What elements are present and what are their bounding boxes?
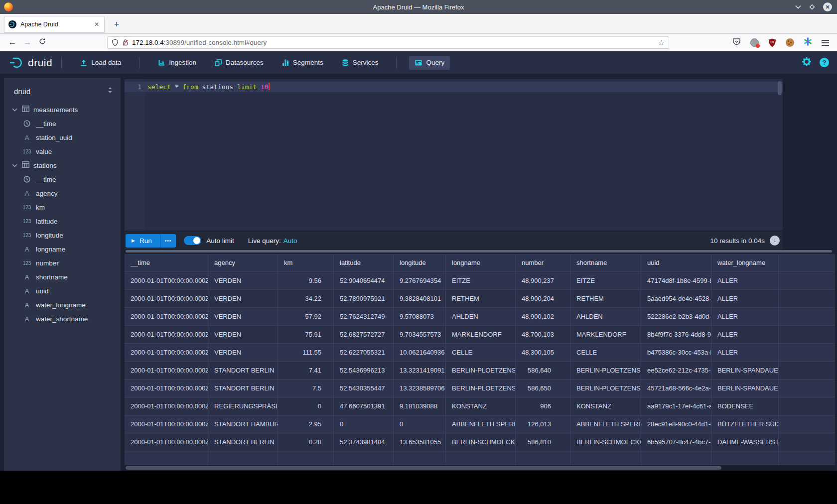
table-cell-agency[interactable]: STANDORT BERLIN — [208, 379, 278, 397]
table-cell-agency[interactable]: REGIERUNGSPRÄSIDIUM — [208, 397, 278, 415]
sidebar-column-water_shortname[interactable]: Awater_shortname — [4, 312, 121, 326]
table-cell-agency[interactable]: VERDEN — [208, 308, 278, 325]
sidebar-column-__time[interactable]: __time — [4, 172, 121, 186]
table-cell-number[interactable]: 48,300,105 — [516, 344, 570, 361]
table-cell-uuid[interactable]: ee52ce62-212c-4735-b4 — [641, 362, 711, 379]
table-cell-agency[interactable]: STANDORT HAMBURG — [208, 415, 278, 433]
table-cell-km[interactable]: 34.22 — [278, 290, 334, 307]
table-cell-longitude[interactable]: 13.3231419091 — [394, 362, 446, 379]
identity-blocked-icon[interactable] — [750, 38, 759, 47]
run-button[interactable]: ▶ Run — [126, 234, 160, 248]
table-cell-longitude[interactable]: 9.7034557573 — [394, 326, 446, 343]
sidebar-column-number[interactable]: 123number — [4, 256, 121, 270]
table-cell-number[interactable]: 126,013 — [516, 415, 570, 433]
table-cell-longname[interactable]: EITZE — [446, 272, 516, 289]
table-cell-longname[interactable]: MARKLENDORF — [446, 326, 516, 343]
table-cell-uuid[interactable]: 8b4f9f7c-3376-4dd8-95c — [641, 326, 711, 343]
table-cell-latitude[interactable]: 47.6607501391 — [334, 397, 394, 415]
sidebar-column-value[interactable]: 123value — [4, 144, 121, 158]
table-cell-water_longname[interactable]: ALLER — [711, 272, 779, 289]
table-cell-number[interactable]: 48,900,102 — [516, 308, 570, 325]
extension-asterisk-icon[interactable] — [804, 37, 812, 48]
table-cell-longname[interactable]: BERLIN-SCHMOECKWITZ — [446, 433, 516, 451]
table-cell-water_longname[interactable]: BERLIN-SPANDAUER-S — [711, 362, 779, 379]
table-cell-latitude[interactable]: 52.7890975921 — [334, 290, 394, 307]
table-cell-km[interactable]: 0 — [278, 397, 334, 415]
settings-gear-icon[interactable] — [802, 57, 812, 69]
table-cell-uuid[interactable]: 6b595707-8c47-4bc7-a8 — [641, 433, 711, 451]
panel-resize-handle[interactable] — [126, 250, 832, 252]
new-tab-button[interactable]: + — [111, 19, 123, 31]
table-cell-km[interactable]: 75.91 — [278, 326, 334, 343]
browser-tab[interactable]: Apache Druid ✕ — [4, 16, 105, 32]
table-cell-water_longname[interactable]: BERLIN-SPANDAUER-S — [711, 379, 779, 397]
run-more-button[interactable]: ••• — [160, 234, 176, 248]
nav-item-services[interactable]: Services — [336, 56, 384, 70]
column-header-number[interactable]: number — [516, 254, 570, 271]
table-cell-water_longname[interactable]: DAHME-WASSERSTRAS — [711, 433, 779, 451]
table-cell-water_longname[interactable]: ALLER — [711, 344, 779, 361]
url-bar[interactable]: 172.18.0.4:30899/unified-console.html#qu… — [107, 36, 669, 49]
table-cell-number[interactable]: 48,900,204 — [516, 290, 570, 307]
table-cell-latitude[interactable]: 52.5436996213 — [334, 362, 394, 379]
sidebar-table-measurements[interactable]: measurements — [4, 103, 121, 117]
nav-item-load-data[interactable]: Load data — [74, 56, 127, 70]
table-cell-__time[interactable]: 2000-01-01T00:00:00.000Z — [125, 326, 208, 343]
table-cell-shortname[interactable]: EITZE — [570, 272, 641, 289]
nav-item-ingestion[interactable]: Ingestion — [152, 56, 202, 70]
sidebar-column-station_uuid[interactable]: Astation_uuid — [4, 130, 121, 144]
window-minimize-icon[interactable] — [795, 5, 801, 9]
table-cell-longname[interactable]: RETHEM — [446, 290, 516, 307]
table-cell-agency[interactable]: VERDEN — [208, 272, 278, 289]
table-cell-latitude[interactable]: 52.3743981404 — [334, 433, 394, 451]
table-cell-water_longname[interactable]: ALLER — [711, 290, 779, 307]
table-cell-__time[interactable]: 2000-01-01T00:00:00.000Z — [125, 415, 208, 433]
bookmark-star-icon[interactable]: ☆ — [658, 38, 665, 47]
table-cell-uuid[interactable]: 47174d8f-1b8e-4599-8a — [641, 272, 711, 289]
table-cell-__time[interactable]: 2000-01-01T00:00:00.000Z — [125, 272, 208, 289]
column-header-__time[interactable]: __time — [125, 254, 208, 271]
table-cell-shortname[interactable]: KONSTANZ — [570, 397, 641, 415]
table-cell-km[interactable]: 7.41 — [278, 362, 334, 379]
table-cell-water_longname[interactable]: ALLER — [711, 308, 779, 325]
table-cell-longname[interactable]: KONSTANZ — [446, 397, 516, 415]
table-cell-km[interactable]: 111.55 — [278, 344, 334, 361]
sidebar-column-uuid[interactable]: Auuid — [4, 284, 121, 298]
live-query-value[interactable]: Auto — [283, 237, 297, 245]
table-cell-latitude[interactable]: 52.5430355447 — [334, 379, 394, 397]
table-cell-number[interactable]: 586,810 — [516, 433, 570, 451]
table-cell-number[interactable]: 586,640 — [516, 362, 570, 379]
forward-icon[interactable]: → — [20, 37, 35, 47]
sidebar-column-longname[interactable]: Alongname — [4, 242, 121, 256]
table-cell-number[interactable]: 48,700,103 — [516, 326, 570, 343]
column-header-longitude[interactable]: longitude — [394, 254, 446, 271]
table-cell-agency[interactable]: VERDEN — [208, 344, 278, 361]
nav-item-segments[interactable]: Segments — [276, 56, 329, 70]
sidebar-column-water_longname[interactable]: Awater_longname — [4, 298, 121, 312]
table-cell-latitude[interactable]: 0 — [334, 415, 394, 433]
table-cell-water_longname[interactable]: ALLER — [711, 326, 779, 343]
sql-editor[interactable]: 1 select * from stations limit 10 — [125, 79, 783, 231]
table-cell-__time[interactable]: 2000-01-01T00:00:00.000Z — [125, 290, 208, 307]
table-cell-__time[interactable]: 2000-01-01T00:00:00.000Z — [125, 344, 208, 361]
table-cell-longitude[interactable]: 9.3828408101 — [394, 290, 446, 307]
table-cell-uuid[interactable]: 5aaed954-de4e-4528-8f — [641, 290, 711, 307]
sidebar-column-agency[interactable]: Aagency — [4, 186, 121, 200]
table-cell-shortname[interactable]: MARKLENDORF — [570, 326, 641, 343]
table-cell-__time[interactable]: 2000-01-01T00:00:00.000Z — [125, 362, 208, 379]
shield-icon[interactable] — [112, 39, 119, 46]
table-cell-longitude[interactable]: 9.2767694354 — [394, 272, 446, 289]
table-cell-longname[interactable]: BERLIN-PLOETZENSEE C — [446, 362, 516, 379]
cookie-icon[interactable] — [786, 38, 794, 47]
table-cell-agency[interactable]: STANDORT BERLIN — [208, 362, 278, 379]
horizontal-scrollbar[interactable] — [125, 465, 835, 471]
sidebar-column-longitude[interactable]: 123longitude — [4, 228, 121, 242]
nav-item-query[interactable]: Query — [409, 56, 450, 70]
table-cell-number[interactable]: 906 — [516, 397, 570, 415]
table-cell-latitude[interactable]: 52.6227055321 — [334, 344, 394, 361]
url-text[interactable]: 172.18.0.4:30899/unified-console.html#qu… — [132, 39, 658, 46]
column-header-longname[interactable]: longname — [446, 254, 516, 271]
table-cell-longitude[interactable]: 10.0621640936 — [394, 344, 446, 361]
table-cell-uuid[interactable]: aa9179c1-17ef-4c61-a48 — [641, 397, 711, 415]
menu-icon[interactable] — [822, 40, 829, 46]
